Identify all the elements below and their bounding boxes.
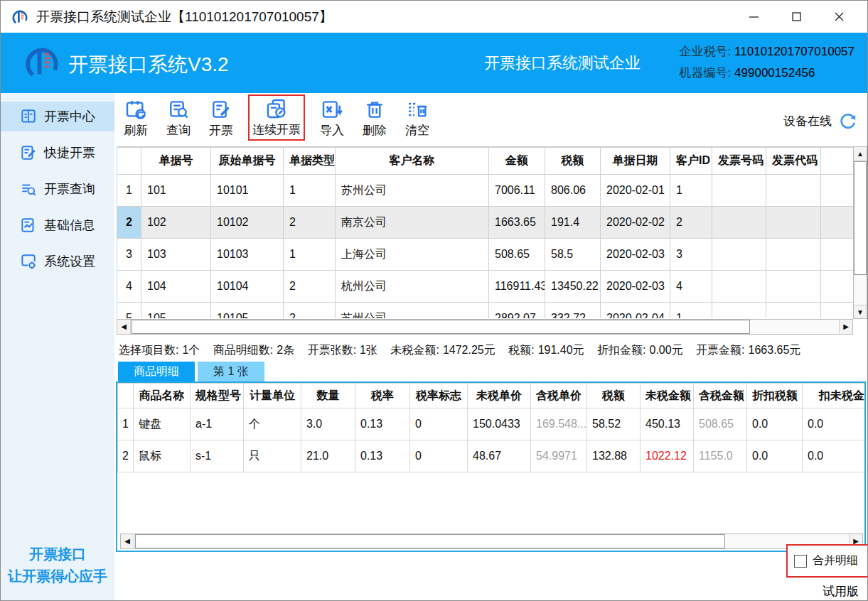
clear-icon — [405, 98, 429, 121]
toolbar-button-label: 查询 — [166, 122, 191, 139]
column-header[interactable]: 折扣税额 — [747, 384, 803, 408]
summary-value: 1663.65元 — [749, 344, 801, 356]
summary-value: 1472.25元 — [443, 344, 495, 356]
column-header[interactable]: 商品名称 — [134, 384, 191, 408]
summary-label: 商品明细数: — [213, 344, 273, 356]
sidebar-item-invoice-query[interactable]: 开票查询 — [1, 174, 114, 204]
import-button[interactable]: 导入 — [316, 96, 348, 141]
sidebar-item-label: 开票中心 — [44, 108, 95, 125]
sidebar-item-label: 基础信息 — [44, 217, 95, 234]
delete-icon — [363, 98, 387, 121]
continuous-invoice-button[interactable]: 连续开票 — [248, 94, 305, 141]
sidebar-item-invoice-center[interactable]: 开票中心 — [1, 102, 114, 131]
minimize-icon — [749, 11, 759, 22]
summary-label: 折扣金额: — [597, 344, 645, 356]
scroll-left-arrow-icon[interactable]: ◀ — [117, 320, 131, 334]
row-number-header — [118, 384, 134, 408]
product-details-header-row: 商品名称 规格型号 计量单位 数量 税率 税率标志 未税单价 含税单价 税额 未… — [118, 384, 867, 408]
toolbar-button-label: 开票 — [209, 122, 233, 139]
sidebar-item-system-settings[interactable]: 系统设置 — [1, 247, 114, 276]
column-header[interactable]: 客户名称 — [336, 148, 489, 175]
column-header[interactable]: 计量单位 — [244, 384, 301, 408]
column-header[interactable]: 税率标志 — [410, 384, 468, 408]
slogan-line-1: 开票接口 — [1, 543, 114, 565]
maximize-button[interactable] — [775, 5, 818, 29]
scrollbar-thumb[interactable] — [132, 320, 750, 334]
product-row[interactable]: 2 鼠标 s-1 只 21.0 0.13 0 48.67 54.9971 132… — [118, 440, 867, 472]
sidebar-item-base-info[interactable]: 基础信息 — [1, 210, 114, 240]
product-row[interactable]: 1 键盘 a-1 个 3.0 0.13 0 150.0433 169.548..… — [118, 408, 867, 440]
scrollbar-thumb[interactable] — [135, 534, 725, 548]
app-title: 开票接口系统V3.2 — [68, 51, 229, 78]
documents-vertical-scrollbar[interactable]: ▲ ▼ — [853, 146, 867, 319]
column-header[interactable]: 含税单价 — [531, 384, 587, 408]
title-bar: 开票接口系统测试企业【110101201707010057】 — [1, 1, 867, 33]
base-info-icon — [19, 216, 38, 234]
column-header[interactable]: 税率 — [355, 384, 410, 408]
documents-horizontal-scrollbar[interactable]: ◀ ▶ — [117, 319, 853, 335]
document-row[interactable]: 1 101 10101 1 苏州公司 7006.11 806.06 2020-0… — [117, 175, 854, 207]
column-header[interactable]: 税额 — [587, 384, 641, 408]
documents-table-container: 单据号 原始单据号 单据类型 客户名称 金额 税额 单据日期 客户ID 发票号码… — [117, 146, 853, 318]
scroll-up-arrow-icon[interactable]: ▲ — [854, 147, 867, 161]
tax-number-label: 企业税号: — [680, 45, 732, 58]
sidebar-item-quick-invoice[interactable]: 快捷开票 — [1, 138, 114, 168]
scroll-right-arrow-icon[interactable]: ▶ — [839, 320, 852, 334]
column-header[interactable]: 扣未税金 — [803, 384, 867, 408]
summary-value: 2条 — [277, 344, 294, 356]
main-content: 刷新 查询 开票 连续开票 — [114, 93, 867, 600]
document-row[interactable]: 5 105 10105 2 苏州公司 2892.07 332.72 2020-0… — [117, 303, 854, 319]
column-header[interactable]: 数量 — [301, 384, 355, 408]
device-refresh-icon[interactable] — [838, 112, 857, 131]
minimize-button[interactable] — [732, 5, 775, 29]
close-button[interactable] — [818, 5, 860, 29]
toolbar-button-label: 刷新 — [124, 122, 148, 139]
slogan-line-2: 让开票得心应手 — [1, 565, 114, 588]
document-row-selected[interactable]: 2 102 10102 2 南京公司 1663.65 191.4 2020-02… — [117, 207, 854, 239]
machine-number-label: 机器编号: — [680, 66, 732, 80]
column-header[interactable]: 发票代码 — [766, 148, 821, 175]
column-header[interactable]: 客户ID — [670, 148, 712, 175]
tab-sheet-1[interactable]: 第 1 张 — [198, 362, 264, 381]
tab-product-details[interactable]: 商品明细 — [118, 362, 195, 381]
continuous-invoice-icon — [264, 97, 289, 120]
merge-details-checkbox[interactable] — [794, 555, 807, 568]
column-header[interactable]: 未税单价 — [468, 384, 531, 408]
invoice-button[interactable]: 开票 — [205, 96, 237, 141]
scrollbar-thumb[interactable] — [854, 161, 867, 275]
column-header[interactable]: 发票号码 — [712, 148, 766, 175]
document-row[interactable]: 3 103 10103 1 上海公司 508.65 58.5 2020-02-0… — [117, 239, 854, 271]
column-header[interactable]: 单据类型 — [284, 148, 336, 175]
column-header[interactable]: 含税金额 — [694, 384, 747, 408]
device-status: 设备在线 — [783, 112, 857, 131]
column-header[interactable]: 金额 — [489, 148, 545, 175]
toolbar-button-label: 清空 — [405, 122, 429, 139]
sidebar-item-label: 快捷开票 — [44, 144, 95, 161]
column-header[interactable]: 单据日期 — [601, 148, 670, 175]
sidebar: 开票中心 快捷开票 开票查询 基础信息 — [1, 93, 114, 600]
summary-label: 开票张数: — [308, 344, 356, 356]
refresh-button[interactable]: 刷新 — [120, 96, 151, 141]
summary-label: 选择项目数: — [119, 344, 178, 356]
column-header[interactable]: 未税金额 — [641, 384, 694, 408]
scroll-left-arrow-icon[interactable]: ◀ — [121, 534, 134, 548]
query-button[interactable]: 查询 — [163, 96, 194, 141]
summary-value: 191.40元 — [538, 344, 584, 356]
scroll-down-arrow-icon[interactable]: ▼ — [854, 305, 867, 318]
delete-button[interactable]: 删除 — [359, 96, 390, 141]
toolbar-button-label: 连续开票 — [252, 121, 301, 138]
column-header[interactable]: 单据号 — [141, 148, 211, 175]
quick-invoice-icon — [19, 144, 38, 162]
details-horizontal-scrollbar[interactable]: ◀ ▶ — [120, 534, 863, 549]
column-header[interactable]: 原始单据号 — [211, 148, 284, 175]
detail-tabs: 商品明细 第 1 张 — [118, 362, 267, 381]
summary-label: 税额: — [508, 344, 534, 356]
column-header[interactable]: 规格型号 — [191, 384, 244, 408]
clear-button[interactable]: 清空 — [402, 96, 433, 141]
company-info: 企业税号: 110101201707010057 机器编号: 499000152… — [680, 41, 854, 84]
maximize-icon — [791, 11, 802, 22]
document-row[interactable]: 4 104 10104 2 杭州公司 116911.43 13450.22 20… — [117, 271, 854, 303]
product-details-table: 商品名称 规格型号 计量单位 数量 税率 税率标志 未税单价 含税单价 税额 未… — [117, 383, 866, 472]
column-header[interactable]: 税额 — [545, 148, 601, 175]
company-name: 开票接口系统测试企业 — [484, 53, 641, 74]
